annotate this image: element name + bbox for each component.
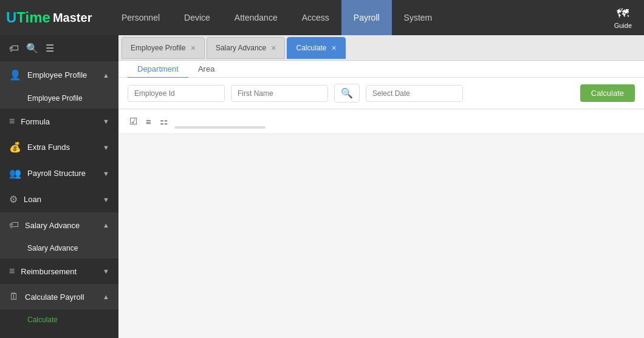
sidebar-section-payroll-structure[interactable]: 👥 Payroll Structure ▼ [0, 160, 118, 186]
sidebar-section-employee-profile[interactable]: 👤 Employee Profile ▲ [0, 62, 118, 88]
search-icon[interactable]: 🔍 [26, 42, 38, 54]
main-layout: 🏷 🔍 ☰ 👤 Employee Profile ▲ Employee Prof… [0, 35, 644, 338]
nav-access[interactable]: Access [290, 0, 341, 35]
sidebar-section-extra-funds[interactable]: 💰 Extra Funds ▼ [0, 134, 118, 160]
tab-employee-profile-label: Employee Profile [131, 44, 186, 52]
tab-calculate[interactable]: Calculate × [287, 37, 345, 59]
logo: UTime Master [6, 9, 97, 26]
sidebar-calculate-payroll-label: Calculate Payroll [25, 292, 84, 302]
list-icon[interactable]: ☰ [46, 42, 54, 54]
logo-time: Time [16, 9, 50, 26]
guide-button[interactable]: 🗺 Guide [608, 7, 638, 29]
filter-tabs-bar: Department Area [118, 61, 644, 78]
sidebar-section-loan[interactable]: ⚙ Loan ▼ [0, 186, 118, 212]
sidebar-reimbursement-label: Reimbursement [21, 267, 77, 276]
sidebar-extra-funds-label: Extra Funds [27, 143, 70, 152]
chevron-up-icon2: ▲ [103, 221, 109, 229]
sidebar-sub-calculate[interactable]: Calculate [0, 309, 118, 330]
search-button[interactable]: 🔍 [334, 84, 360, 103]
tab-employee-profile-close[interactable]: × [191, 44, 196, 52]
select-date-input[interactable] [366, 85, 463, 102]
sidebar-section-formula[interactable]: ≡ Formula ▼ [0, 109, 118, 134]
top-nav: UTime Master Personnel Device Attendance… [0, 0, 644, 35]
sidebar-section-calculate-payroll[interactable]: 🗓 Calculate Payroll ▲ [0, 284, 118, 309]
sidebar-sub-employee-profile[interactable]: Employee Profile [0, 88, 118, 109]
sidebar-sub-salary-advance[interactable]: Salary Advance [0, 238, 118, 259]
filter-inputs-row: 🔍 Calculate [118, 78, 644, 109]
reimbursement-icon: ≡ [9, 266, 15, 277]
employee-profile-icon: 👤 [9, 69, 21, 81]
tabs-bar: Employee Profile × Salary Advance × Calc… [118, 35, 644, 61]
employee-id-input[interactable] [128, 85, 225, 102]
tab-salary-advance-label: Salary Advance [216, 44, 266, 52]
search-icon: 🔍 [341, 88, 353, 98]
payroll-structure-icon: 👥 [9, 167, 21, 179]
formula-icon: ≡ [9, 116, 15, 127]
table-area [118, 134, 644, 338]
sidebar-section-reimbursement[interactable]: ≡ Reimbursement ▼ [0, 259, 118, 284]
tab-calculate-label: Calculate [296, 44, 326, 52]
sidebar-section-salary-advance[interactable]: 🏷 Salary Advance ▲ [0, 212, 118, 238]
nav-personnel[interactable]: Personnel [109, 0, 172, 35]
nav-device[interactable]: Device [172, 0, 222, 35]
tab-salary-advance-close[interactable]: × [271, 44, 276, 52]
tab-employee-profile[interactable]: Employee Profile × [122, 37, 205, 59]
first-name-input[interactable] [231, 85, 328, 102]
chevron-down-icon3: ▼ [103, 170, 109, 177]
tag-icon[interactable]: 🏷 [9, 43, 19, 54]
sidebar-payroll-structure-label: Payroll Structure [27, 169, 86, 178]
chevron-down-icon4: ▼ [103, 196, 109, 203]
guide-label: Guide [614, 22, 632, 29]
tab-salary-advance[interactable]: Salary Advance × [207, 37, 286, 59]
filter-tab-area[interactable]: Area [188, 61, 224, 78]
nav-attendance[interactable]: Attendance [222, 0, 290, 35]
filter-tab-department[interactable]: Department [128, 61, 188, 78]
salary-advance-icon: 🏷 [9, 220, 19, 231]
logo-u: U [6, 9, 16, 26]
sidebar-salary-advance-label: Salary Advance [25, 221, 80, 230]
loan-icon: ⚙ [9, 194, 18, 205]
calculate-button[interactable]: Calculate [580, 84, 635, 102]
sidebar-employee-profile-label: Employee Profile [27, 70, 87, 79]
chevron-down-icon2: ▼ [103, 144, 109, 151]
tab-calculate-close[interactable]: × [332, 44, 337, 52]
nav-system[interactable]: System [392, 0, 445, 35]
nav-items: Personnel Device Attendance Access Payro… [109, 0, 608, 35]
list-view-icon[interactable]: ≡ [144, 115, 153, 129]
hierarchy-icon[interactable]: ⚏ [158, 114, 170, 129]
sidebar-toolbar: 🏷 🔍 ☰ [0, 35, 118, 62]
checkbox-icon[interactable]: ☑ [128, 114, 139, 129]
sidebar-loan-label: Loan [24, 195, 41, 204]
nav-payroll[interactable]: Payroll [341, 0, 392, 35]
sidebar-formula-label: Formula [21, 117, 50, 126]
sub-toolbar: ☑ ≡ ⚏ [118, 109, 644, 134]
calculate-payroll-icon: 🗓 [9, 291, 19, 302]
chevron-down-icon: ▼ [103, 118, 109, 125]
sidebar: 🏷 🔍 ☰ 👤 Employee Profile ▲ Employee Prof… [0, 35, 118, 338]
guide-icon: 🗺 [617, 7, 629, 21]
content-area: Employee Profile × Salary Advance × Calc… [118, 35, 644, 338]
chevron-up-icon3: ▲ [103, 293, 109, 300]
sidebar-section-report[interactable]: 📄 Report ▼ [0, 330, 118, 338]
chevron-down-icon5: ▼ [103, 268, 109, 275]
extra-funds-icon: 💰 [9, 141, 21, 153]
chevron-up-icon: ▲ [103, 72, 109, 79]
logo-master: Master [53, 11, 92, 25]
